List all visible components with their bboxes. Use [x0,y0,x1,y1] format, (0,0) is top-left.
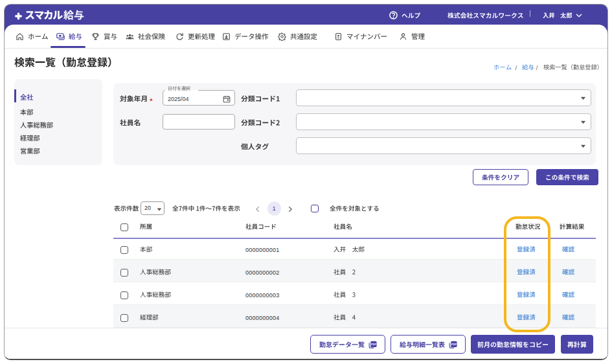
svg-text:PDF: PDF [451,343,457,346]
svg-text:PDF: PDF [370,343,376,346]
